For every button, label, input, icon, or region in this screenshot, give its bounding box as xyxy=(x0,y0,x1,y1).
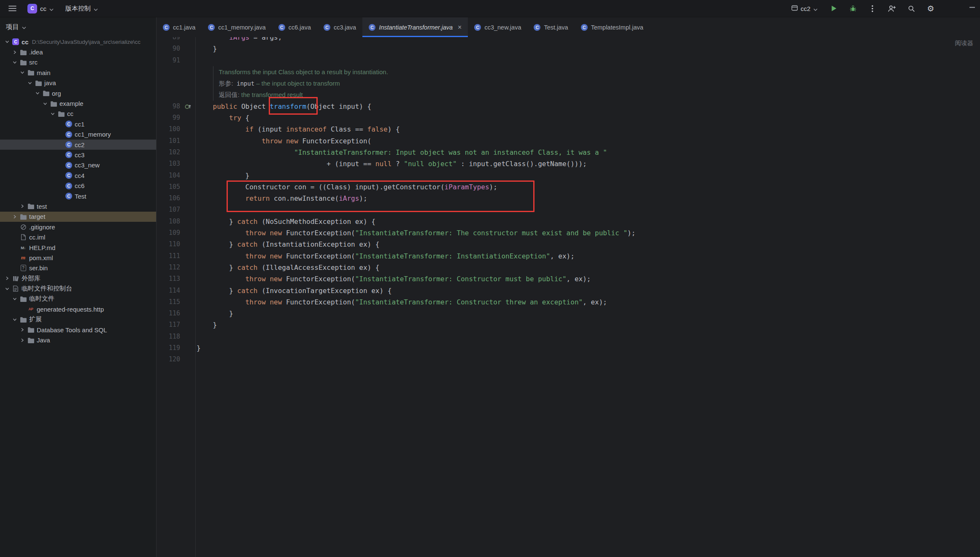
code-line: 107 xyxy=(157,204,980,215)
tab-cc1-java[interactable]: Ccc1.java xyxy=(157,17,202,37)
settings-gear-icon[interactable]: ⚙ xyxy=(924,2,937,15)
tree-item-java[interactable]: Java xyxy=(0,335,156,345)
chevron-open-icon[interactable] xyxy=(11,296,19,301)
gutter: 98 xyxy=(157,101,195,112)
gutter: 91 xyxy=(157,55,195,66)
search-icon[interactable] xyxy=(905,2,918,15)
tree-item-test[interactable]: CTest xyxy=(0,191,156,201)
line-number: 115 xyxy=(157,296,180,308)
tab-instantiatetransformer-java[interactable]: CInstantiateTransformer.java× xyxy=(362,17,468,37)
chevron-closed-icon[interactable] xyxy=(3,276,11,281)
code-text: iArgs = args; xyxy=(195,37,282,43)
chevron-closed-icon[interactable] xyxy=(11,50,19,55)
tree-item-label: .gitignore xyxy=(29,223,55,231)
chevron-down-icon xyxy=(94,5,98,12)
class-icon: C xyxy=(534,24,540,31)
gutter: 106 xyxy=(157,193,195,204)
hamburger-menu-icon[interactable] xyxy=(6,2,19,15)
code-text: throw new FunctorException("InstantiateT… xyxy=(195,250,575,262)
tree-item-main[interactable]: main xyxy=(0,67,156,78)
tree-item-java[interactable]: java xyxy=(0,78,156,88)
line-number: 104 xyxy=(157,170,180,181)
tree-item-cc[interactable]: CccD:\Security\JavaStudy\java_src\serial… xyxy=(0,37,156,47)
chevron-open-icon[interactable] xyxy=(3,286,11,291)
run-button[interactable] xyxy=(827,2,840,15)
chevron-open-icon[interactable] xyxy=(26,81,34,86)
tree-item-cc3-new[interactable]: Ccc3_new xyxy=(0,160,156,170)
chevron-open-icon[interactable] xyxy=(3,39,11,44)
tree-item-help-md[interactable]: M↓HELP.md xyxy=(0,242,156,253)
gutter: 99 xyxy=(157,112,195,124)
tree-item-test[interactable]: test xyxy=(0,201,156,211)
more-options-icon[interactable] xyxy=(866,2,879,15)
close-icon[interactable]: × xyxy=(458,24,462,31)
tree-item-cc-iml[interactable]: cc.iml xyxy=(0,232,156,242)
editor-content[interactable]: 89 iArgs = args;90 }91Transforms the inp… xyxy=(157,37,980,557)
tree-item-org[interactable]: org xyxy=(0,88,156,98)
chevron-open-icon[interactable] xyxy=(19,70,26,75)
chevron-closed-icon[interactable] xyxy=(19,327,26,332)
tab-cc1-memory-java[interactable]: Ccc1_memory.java xyxy=(202,17,272,37)
tree-item-cc3[interactable]: Ccc3 xyxy=(0,150,156,160)
code-line: 106 return con.newInstance(iArgs); xyxy=(157,193,980,204)
tree-item-generated-requests-http[interactable]: APgenerated-requests.http xyxy=(0,304,156,314)
reader-mode-label[interactable]: 阅读器 xyxy=(955,39,974,47)
chevron-closed-icon[interactable] xyxy=(19,338,26,343)
tree-item-label: cc3_new xyxy=(75,161,100,169)
chevron-open-icon[interactable] xyxy=(11,60,19,65)
tree-item-cc1[interactable]: Ccc1 xyxy=(0,119,156,129)
tree-item-database-tools-and-sql[interactable]: Database Tools and SQL xyxy=(0,325,156,335)
tree-item-cc4[interactable]: Ccc4 xyxy=(0,170,156,180)
tree-item-node[interactable]: 扩展 xyxy=(0,315,156,325)
tab-test-java[interactable]: CTest.java xyxy=(527,17,574,37)
tab-cc3-new-java[interactable]: Ccc3_new.java xyxy=(468,17,527,37)
chevron-open-icon[interactable] xyxy=(49,111,57,116)
chevron-closed-icon[interactable] xyxy=(19,204,26,209)
code-line: 99 try { xyxy=(157,112,980,124)
tree-item-cc2[interactable]: Ccc2 xyxy=(0,140,156,150)
chevron-closed-icon[interactable] xyxy=(11,214,19,219)
folder-icon xyxy=(49,101,58,107)
code-text: 返回值: the transformed result xyxy=(213,89,303,100)
tree-item-target[interactable]: target xyxy=(0,212,156,222)
project-panel-header[interactable]: 项目 xyxy=(0,17,156,37)
tree-item-label: 扩展 xyxy=(29,315,42,323)
chevron-open-icon[interactable] xyxy=(11,317,19,322)
tab-cc6-java[interactable]: Ccc6.java xyxy=(272,17,317,37)
tree-item-cc1-memory[interactable]: Ccc1_memory xyxy=(0,129,156,140)
tree-item-src[interactable]: src xyxy=(0,57,156,67)
override-method-icon[interactable] xyxy=(180,103,195,110)
tree-item-node[interactable]: 临时文件和控制台 xyxy=(0,283,156,293)
tab-cc3-java[interactable]: Ccc3.java xyxy=(317,17,362,37)
code-line: 98 public Object transform(Object input)… xyxy=(157,101,980,112)
tree-item-node[interactable]: 临时文件 xyxy=(0,294,156,304)
tree-item-ser-bin[interactable]: ?ser.bin xyxy=(0,263,156,273)
project-icon: C xyxy=(11,38,20,45)
class-icon: C xyxy=(581,24,588,31)
chevron-open-icon[interactable] xyxy=(41,101,49,106)
minimize-window-button[interactable] xyxy=(969,2,975,10)
tree-item-cc6[interactable]: Ccc6 xyxy=(0,180,156,191)
chevron-open-icon[interactable] xyxy=(34,91,41,96)
http-icon: AP xyxy=(26,307,35,311)
debug-button[interactable] xyxy=(847,2,859,15)
line-number: 107 xyxy=(157,204,180,215)
gutter: 115 xyxy=(157,296,195,308)
tree-item-cc[interactable]: cc xyxy=(0,109,156,119)
code-line: 120 xyxy=(157,354,980,365)
tree-item-node[interactable]: 外部库 xyxy=(0,273,156,283)
line-number: 112 xyxy=(157,262,180,273)
vcs-widget[interactable]: 版本控制 xyxy=(62,3,101,14)
tab-label: cc3.java xyxy=(334,24,356,31)
tab-templatesimpl-java[interactable]: CTemplatesImpl.java xyxy=(575,17,650,37)
tree-item-gitignore[interactable]: .gitignore xyxy=(0,222,156,232)
code-with-me-icon[interactable] xyxy=(886,2,898,15)
code-text: throw new FunctorException( xyxy=(195,135,371,147)
tree-item-label: cc2 xyxy=(75,141,84,148)
tree-item-idea[interactable]: .idea xyxy=(0,47,156,57)
run-config-selector[interactable]: cc2 xyxy=(788,3,821,14)
tree-item-example[interactable]: example xyxy=(0,98,156,108)
tree-item-pom-xml[interactable]: mpom.xml xyxy=(0,253,156,263)
project-widget[interactable]: C cc xyxy=(24,2,57,15)
gutter: 117 xyxy=(157,319,195,331)
